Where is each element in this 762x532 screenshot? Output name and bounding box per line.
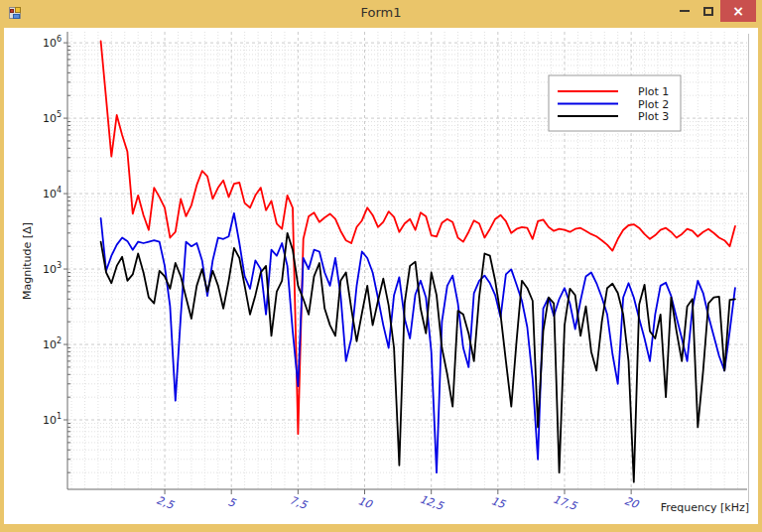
x-tick-label: 15 [489,494,508,511]
x-tick-label: 10 [356,494,375,511]
legend-label: Plot 2 [638,98,669,111]
maximize-icon [703,7,713,16]
x-axis-title: Frequency [kHz] [661,501,749,514]
y-tick-label: 101 [43,412,62,427]
x-tick-label: 5 [226,495,238,510]
x-tick-label: 2,5 [155,493,177,512]
minimize-button[interactable] [673,0,697,22]
minimize-icon [680,10,690,12]
magnitude-frequency-chart: 2,557,51012,51517,520101102103104105106F… [4,28,758,524]
caption-buttons: × [673,0,762,22]
y-tick-label: 105 [43,110,62,125]
legend-label: Plot 1 [638,85,669,98]
series-line-plot-2 [101,213,735,472]
legend: Plot 1Plot 2Plot 3 [549,75,681,131]
y-axis-labels: 101102103104105106 [43,35,67,427]
y-tick-label: 102 [43,336,62,351]
y-axis-title: Magnitude [Δ] [21,222,34,300]
x-tick-label: 12,5 [418,492,445,513]
y-tick-label: 104 [43,186,62,200]
legend-label: Plot 3 [638,110,669,123]
y-tick-label: 103 [43,261,62,276]
window-title: Form1 [0,5,762,20]
app-window: Form1 × 2,557,51012,51517,52010110210310… [0,0,762,532]
x-axis-labels: 2,557,51012,51517,520 [155,489,641,513]
close-icon: × [732,3,744,19]
x-tick-label: 20 [623,494,642,511]
y-tick-label: 106 [43,35,62,50]
maximize-button[interactable] [697,0,720,22]
chart-panel: 2,557,51012,51517,520101102103104105106F… [4,28,758,524]
title-bar[interactable]: Form1 × [0,0,762,28]
x-tick-label: 17,5 [551,492,578,513]
x-tick-label: 7,5 [288,493,310,512]
close-button[interactable]: × [720,0,756,22]
